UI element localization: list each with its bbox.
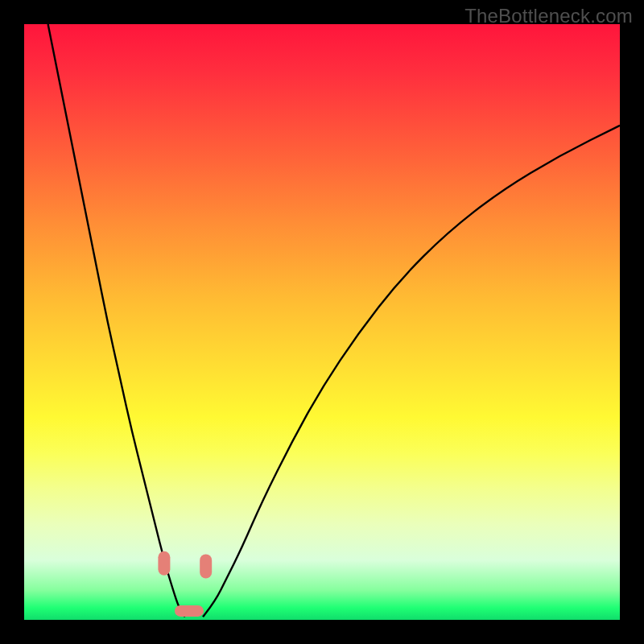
marker-group xyxy=(158,551,212,617)
curve-right-branch xyxy=(203,126,620,617)
trough-marker xyxy=(175,605,204,617)
chart-container: TheBottleneck.com xyxy=(0,0,644,644)
left-threshold-marker xyxy=(158,551,170,576)
curve-left-branch xyxy=(48,24,185,617)
right-threshold-marker xyxy=(200,554,212,578)
plot-area xyxy=(24,24,620,620)
watermark-text: TheBottleneck.com xyxy=(464,5,633,27)
curve-layer xyxy=(24,24,620,620)
